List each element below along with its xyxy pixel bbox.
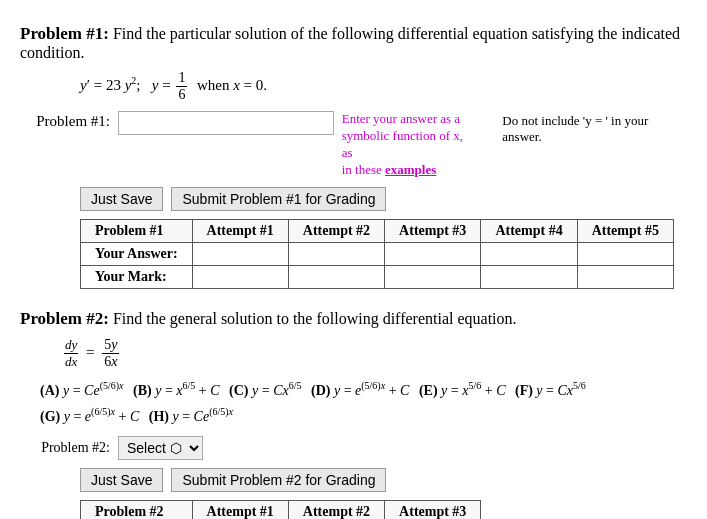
problem1-your-mark-row: Your Mark: xyxy=(81,265,674,288)
problem1-input-row: Problem #1: Enter your answer as a symbo… xyxy=(20,111,687,179)
problem2-submit-button[interactable]: Submit Problem #2 for Grading xyxy=(171,468,386,492)
problem1-button-row: Just Save Submit Problem #1 for Grading xyxy=(80,187,687,211)
option-D: (D) y = e(5/6)x + C xyxy=(311,383,409,398)
problem1-header: Problem #1: Find the particular solution… xyxy=(20,24,687,62)
problem1-attempt4-answer xyxy=(481,242,577,265)
hint-line1: Enter your answer as a xyxy=(342,111,460,126)
problem1-attempt5-answer xyxy=(577,242,673,265)
problem2-col1: Attempt #1 xyxy=(192,501,288,519)
problem1-bold: Problem #1: xyxy=(20,24,109,43)
dydx-fraction: dy dx xyxy=(64,337,78,370)
option-F: (F) y = Cx5/6 xyxy=(515,383,586,398)
problem2-col2: Attempt #2 xyxy=(288,501,384,519)
problem1-attempts-table: Problem #1 Attempt #1 Attempt #2 Attempt… xyxy=(80,219,674,289)
problem1-header-text: Find the particular solution of the foll… xyxy=(20,25,680,61)
problem2-button-row: Just Save Submit Problem #2 for Grading xyxy=(80,468,687,492)
problem1-col5: Attempt #5 xyxy=(577,219,673,242)
problem1-submit-button[interactable]: Submit Problem #1 for Grading xyxy=(171,187,386,211)
problem1-col1: Attempt #1 xyxy=(192,219,288,242)
problem1-no-include: Do not include 'y = ' in your answer. xyxy=(502,111,687,145)
option-A: (A) y = Ce(5/6)x xyxy=(40,383,124,398)
problem1-hint: Enter your answer as a symbolic function… xyxy=(342,111,475,179)
problem2-options: (A) y = Ce(5/6)x (B) y = x6/5 + C (C) y … xyxy=(40,378,687,429)
problem1-col4: Attempt #4 xyxy=(481,219,577,242)
problem2-select[interactable]: Select ⬡ A B C D E F G H xyxy=(118,436,203,460)
problem2-section: Problem #2: Find the general solution to… xyxy=(20,309,687,519)
problem1-attempt2-answer xyxy=(288,242,384,265)
hint-examples-text: examples xyxy=(385,162,436,177)
problem1-attempt2-mark xyxy=(288,265,384,288)
hint-examples-link[interactable]: examples xyxy=(385,162,436,177)
problem1-just-save-button[interactable]: Just Save xyxy=(80,187,163,211)
problem1-attempt5-mark xyxy=(577,265,673,288)
option-B: (B) y = x6/5 + C xyxy=(133,383,220,398)
problem1-attempt3-mark xyxy=(385,265,481,288)
problem1-attempt3-answer xyxy=(385,242,481,265)
problem1-col2: Attempt #2 xyxy=(288,219,384,242)
option-G: (G) y = e(6/5)x + C xyxy=(40,409,139,424)
problem1-row1-label: Your Answer: xyxy=(81,242,193,265)
problem1-attempt1-answer xyxy=(192,242,288,265)
option-C: (C) y = Cx6/5 xyxy=(229,383,301,398)
option-E: (E) y = x5/6 + C xyxy=(419,383,506,398)
problem2-select-row: Problem #2: Select ⬡ A B C D E F G H xyxy=(20,436,687,460)
problem1-section: Problem #1: Find the particular solution… xyxy=(20,24,687,289)
problem2-just-save-button[interactable]: Just Save xyxy=(80,468,163,492)
problem1-equation: y′ = 23 y2; y = 16 when x = 0. xyxy=(80,70,687,103)
problem2-col3: Attempt #3 xyxy=(385,501,481,519)
problem2-col0: Problem #2 xyxy=(81,501,193,519)
problem2-equation: dy dx = 5y 6x xyxy=(60,337,687,370)
problem2-header-text: Find the general solution to the followi… xyxy=(109,310,517,327)
problem2-header: Problem #2: Find the general solution to… xyxy=(20,309,687,329)
problem1-row2-label: Your Mark: xyxy=(81,265,193,288)
problem1-input-label: Problem #1: xyxy=(20,111,110,130)
problem1-attempt1-mark xyxy=(192,265,288,288)
problem1-attempt4-mark xyxy=(481,265,577,288)
problem1-col3: Attempt #3 xyxy=(385,219,481,242)
problem1-your-answer-row: Your Answer: xyxy=(81,242,674,265)
problem1-col0: Problem #1 xyxy=(81,219,193,242)
fraction-1-6: 16 xyxy=(176,70,187,103)
option-H: (H) y = Ce(6/5)x xyxy=(149,409,233,424)
hint-line2: symbolic function of x, as xyxy=(342,128,463,160)
problem2-bold: Problem #2: xyxy=(20,309,109,328)
problem1-hint-text: Enter your answer as a symbolic function… xyxy=(342,111,475,179)
problem1-answer-input[interactable] xyxy=(118,111,334,135)
hint-line3: in these xyxy=(342,162,385,177)
5y-6x-fraction: 5y 6x xyxy=(102,337,119,370)
problem2-select-label: Problem #2: xyxy=(20,440,110,456)
problem2-attempts-table: Problem #2 Attempt #1 Attempt #2 Attempt… xyxy=(80,500,481,519)
